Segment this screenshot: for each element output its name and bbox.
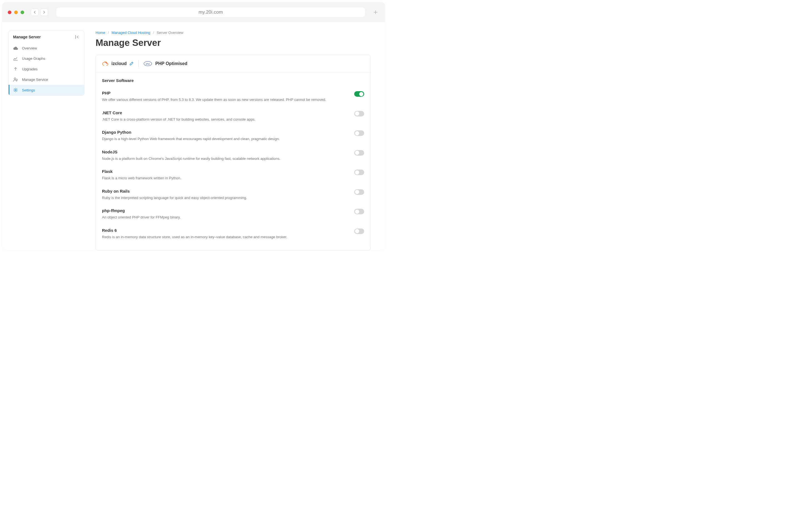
software-name: PHP xyxy=(102,90,343,95)
forward-button[interactable] xyxy=(40,9,48,16)
sidebar-item-label: Upgrades xyxy=(22,67,37,71)
sidebar-card: Manage Server Overview xyxy=(8,31,84,96)
software-toggle[interactable] xyxy=(354,130,364,136)
maximize-window-icon[interactable] xyxy=(21,10,24,14)
sidebar-item-usage-graphs[interactable]: Usage Graphs xyxy=(9,53,84,64)
breadcrumb-hosting[interactable]: Managed Cloud Hosting xyxy=(112,31,150,35)
software-toggle[interactable] xyxy=(354,111,364,116)
sidebar-item-manage-service[interactable]: Manage Service xyxy=(9,74,84,85)
window-controls xyxy=(8,10,24,14)
software-item: PHPWe offer various different versions o… xyxy=(102,88,364,108)
browser-toolbar: my.20i.com xyxy=(2,2,385,22)
cloud-icon xyxy=(13,47,18,50)
software-list: PHPWe offer various different versions o… xyxy=(102,88,364,245)
software-toggle[interactable] xyxy=(354,150,364,156)
software-name: Ruby on Rails xyxy=(102,189,343,193)
software-toggle[interactable] xyxy=(354,189,364,195)
gear-icon xyxy=(13,88,18,92)
server-badge: izcloud xyxy=(102,61,133,66)
minimize-window-icon[interactable] xyxy=(14,10,18,14)
chart-icon xyxy=(13,57,18,61)
server-profile: PHP Optimised xyxy=(155,61,187,66)
software-info: Ruby on RailsRuby is the interpreted scr… xyxy=(102,189,354,201)
server-name: izcloud xyxy=(111,61,127,66)
software-info: Redis 6Redis is an in-memory data struct… xyxy=(102,228,354,240)
new-tab-button[interactable] xyxy=(372,8,379,16)
software-desc: Django is a high-level Python Web framew… xyxy=(102,136,343,142)
software-info: .NET Core.NET Core is a cross-platform v… xyxy=(102,110,354,122)
sidebar-item-upgrades[interactable]: Upgrades xyxy=(9,64,84,74)
software-name: Django Python xyxy=(102,130,343,135)
sidebar-item-overview[interactable]: Overview xyxy=(9,43,84,53)
page-content: Manage Server Overview xyxy=(2,22,385,250)
software-toggle[interactable] xyxy=(354,91,364,97)
software-item: Ruby on RailsRuby is the interpreted scr… xyxy=(102,186,364,206)
svg-point-1 xyxy=(17,79,18,81)
sidebar-header: Manage Server xyxy=(9,31,84,43)
software-name: NodeJS xyxy=(102,150,343,154)
software-info: PHPWe offer various different versions o… xyxy=(102,90,354,103)
upload-icon xyxy=(13,67,18,71)
panel-header: izcloud php PHP Optimised xyxy=(96,55,370,73)
panel-body: Server Software PHPWe offer various diff… xyxy=(96,73,370,250)
software-info: FlaskFlask is a micro web framework writ… xyxy=(102,169,354,181)
close-window-icon[interactable] xyxy=(8,10,11,14)
software-info: Django PythonDjango is a high-level Pyth… xyxy=(102,130,354,142)
url-bar[interactable]: my.20i.com xyxy=(56,7,365,17)
server-panel: izcloud php PHP Optimised Server S xyxy=(95,55,371,250)
software-desc: Ruby is the interpreted scripting langua… xyxy=(102,195,343,201)
software-item: FlaskFlask is a micro web framework writ… xyxy=(102,166,364,186)
svg-text:php: php xyxy=(146,62,150,65)
software-desc: .NET Core is a cross-platform version of… xyxy=(102,117,343,122)
collapse-sidebar-icon[interactable] xyxy=(75,35,80,39)
php-logo-icon: php xyxy=(144,61,152,66)
breadcrumb-home[interactable]: Home xyxy=(95,31,105,35)
back-button[interactable] xyxy=(31,9,39,16)
software-name: php-ffmpeg xyxy=(102,208,343,213)
software-name: .NET Core xyxy=(102,110,343,115)
software-toggle[interactable] xyxy=(354,209,364,214)
sidebar-item-label: Overview xyxy=(22,46,37,50)
svg-point-0 xyxy=(14,78,16,80)
sidebar-list: Overview Usage Graphs Upgrades xyxy=(9,43,84,95)
edit-server-name-icon[interactable] xyxy=(129,62,133,65)
php-badge: php PHP Optimised xyxy=(144,61,187,66)
divider xyxy=(138,60,139,67)
software-desc: We offer various different versions of P… xyxy=(102,97,343,103)
sidebar-item-label: Usage Graphs xyxy=(22,56,45,61)
software-toggle[interactable] xyxy=(354,228,364,234)
software-name: Flask xyxy=(102,169,343,174)
software-toggle[interactable] xyxy=(354,169,364,175)
software-name: Redis 6 xyxy=(102,228,343,233)
software-desc: Flask is a micro web framework written i… xyxy=(102,176,343,181)
software-item: Redis 6Redis is an in-memory data struct… xyxy=(102,225,364,245)
sidebar-item-settings[interactable]: Settings xyxy=(9,85,84,95)
software-desc: An object oriented PHP driver for FFMpeg… xyxy=(102,215,343,220)
software-desc: Redis is an in-memory data structure sto… xyxy=(102,234,343,240)
software-info: php-ffmpegAn object oriented PHP driver … xyxy=(102,208,354,220)
sidebar-item-label: Manage Service xyxy=(22,78,48,82)
software-info: NodeJSNode.js is a platform built on Chr… xyxy=(102,150,354,161)
software-item: Django PythonDjango is a high-level Pyth… xyxy=(102,127,364,147)
user-gear-icon xyxy=(13,77,18,82)
breadcrumb: Home / Managed Cloud Hosting / Server Ov… xyxy=(95,31,371,35)
breadcrumb-separator: / xyxy=(108,31,109,35)
nav-buttons xyxy=(31,9,48,16)
cloud-logo-icon xyxy=(102,61,109,66)
browser-window: my.20i.com Manage Server xyxy=(2,2,385,250)
software-item: .NET Core.NET Core is a cross-platform v… xyxy=(102,108,364,127)
url-text: my.20i.com xyxy=(199,9,223,15)
sidebar-item-label: Settings xyxy=(22,88,35,92)
software-item: php-ffmpegAn object oriented PHP driver … xyxy=(102,206,364,225)
software-item: NodeJSNode.js is a platform built on Chr… xyxy=(102,147,364,166)
software-desc: Node.js is a platform built on Chrome's … xyxy=(102,156,343,161)
sidebar: Manage Server Overview xyxy=(8,31,84,250)
svg-point-2 xyxy=(15,89,16,90)
section-title: Server Software xyxy=(102,78,364,83)
breadcrumb-separator: / xyxy=(153,31,154,35)
breadcrumb-current: Server Overview xyxy=(157,31,183,35)
sidebar-title: Manage Server xyxy=(13,35,41,39)
main-content: Home / Managed Cloud Hosting / Server Ov… xyxy=(95,31,379,250)
page-title: Manage Server xyxy=(95,37,371,48)
